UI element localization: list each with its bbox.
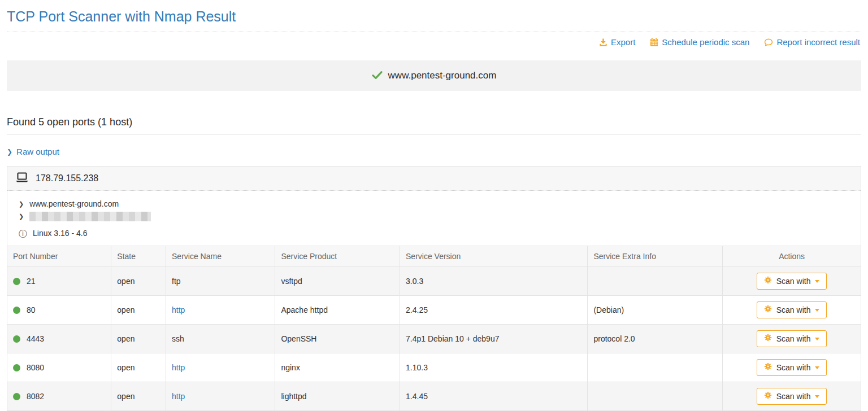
- check-icon: [372, 71, 383, 81]
- actions-cell: Scan with: [723, 382, 861, 411]
- caret-down-icon: [815, 280, 819, 283]
- service-name-cell: http: [166, 382, 275, 411]
- column-header: Service Name: [166, 246, 275, 267]
- service-extra-info-cell: (Debian): [588, 296, 723, 325]
- summary-heading: Found 5 open ports (1 host): [7, 116, 861, 135]
- schedule-periodic-scan-button[interactable]: Schedule periodic scan: [650, 37, 749, 47]
- column-header: Actions: [723, 246, 861, 267]
- chevron-right-icon: ❯: [19, 210, 24, 222]
- service-extra-info-cell: [588, 353, 723, 382]
- actions-cell: Scan with: [723, 296, 861, 325]
- port-cell: 8082: [7, 382, 111, 411]
- target-status-bar: www.pentest-ground.com: [7, 60, 861, 91]
- state-cell: open: [111, 353, 166, 382]
- open-ports-table: Port NumberStateService NameService Prod…: [7, 246, 861, 411]
- port-cell: 8080: [7, 353, 111, 382]
- state-cell: open: [111, 325, 166, 353]
- scan-with-label: Scan with: [776, 277, 811, 286]
- caret-down-icon: [815, 338, 819, 340]
- os-detection-row: ⓘ Linux 3.16 - 4.6: [19, 229, 849, 238]
- service-extra-info-cell: [588, 267, 723, 296]
- hostname-toggle[interactable]: ❯ www.pentest-ground.com: [19, 198, 849, 210]
- host-body: ❯ www.pentest-ground.com ❯ ⓘ Linux 3.16 …: [7, 191, 861, 246]
- service-name[interactable]: http: [172, 305, 185, 314]
- host-card: 178.79.155.238 ❯ www.pentest-ground.com …: [7, 166, 861, 411]
- schedule-label: Schedule periodic scan: [662, 37, 749, 47]
- raw-output-toggle[interactable]: ❯ Raw output: [7, 147, 59, 156]
- speech-bubble-icon: [764, 38, 773, 47]
- scan-with-label: Scan with: [776, 334, 811, 343]
- column-header: Service Extra Info: [588, 246, 723, 267]
- report-incorrect-result-button[interactable]: Report incorrect result: [764, 37, 860, 47]
- gear-icon: [764, 305, 772, 314]
- table-row: 4443 open ssh OpenSSH 7.4p1 Debian 10 + …: [7, 325, 861, 353]
- port-cell: 4443: [7, 325, 111, 353]
- service-name-cell: http: [166, 353, 275, 382]
- column-header: State: [111, 246, 166, 267]
- service-extra-info-cell: protocol 2.0: [588, 325, 723, 353]
- table-row: 8082 open http lighttpd 1.4.45 Scan with: [7, 382, 861, 411]
- scan-with-button[interactable]: Scan with: [757, 359, 827, 376]
- service-product-cell: vsftpd: [275, 267, 400, 296]
- actions-cell: Scan with: [723, 267, 861, 296]
- page-title: TCP Port Scanner with Nmap Result: [7, 0, 861, 32]
- state-cell: open: [111, 382, 166, 411]
- service-name-cell: ssh: [166, 325, 275, 353]
- export-button[interactable]: Export: [599, 37, 635, 47]
- open-status-dot: [13, 307, 20, 314]
- table-row: 80 open http Apache httpd 2.4.25 (Debian…: [7, 296, 861, 325]
- gear-icon: [764, 334, 772, 343]
- actions-cell: Scan with: [723, 325, 861, 353]
- open-status-dot: [13, 364, 20, 371]
- service-version-cell: 7.4p1 Debian 10 + deb9u7: [400, 325, 588, 353]
- gear-icon: [764, 362, 772, 372]
- service-product-cell: lighttpd: [275, 382, 400, 411]
- scan-with-button[interactable]: Scan with: [757, 273, 827, 290]
- table-row: 21 open ftp vsftpd 3.0.3 Scan with: [7, 267, 861, 296]
- table-row: 8080 open http nginx 1.10.3 Scan with: [7, 353, 861, 382]
- caret-down-icon: [815, 309, 819, 312]
- target-domain: www.pentest-ground.com: [388, 70, 497, 81]
- scan-with-label: Scan with: [776, 363, 811, 372]
- scan-with-button[interactable]: Scan with: [757, 388, 827, 405]
- service-product-cell: Apache httpd: [275, 296, 400, 325]
- hostname-toggle-redacted[interactable]: ❯: [19, 210, 849, 222]
- column-header: Port Number: [7, 246, 111, 267]
- download-icon: [599, 38, 607, 46]
- port-cell: 80: [7, 296, 111, 325]
- service-name: ftp: [172, 277, 181, 286]
- table-header-row: Port NumberStateService NameService Prod…: [7, 246, 861, 267]
- column-header: Service Version: [400, 246, 588, 267]
- chevron-right-icon: ❯: [7, 148, 12, 156]
- service-name[interactable]: http: [172, 392, 185, 401]
- service-name-cell: ftp: [166, 267, 275, 296]
- caret-down-icon: [815, 366, 819, 369]
- scan-with-button[interactable]: Scan with: [757, 330, 827, 347]
- service-version-cell: 1.4.45: [400, 382, 588, 411]
- gear-icon: [764, 276, 772, 286]
- hostname-label: www.pentest-ground.com: [29, 198, 119, 210]
- laptop-icon: [15, 172, 29, 185]
- scan-with-button[interactable]: Scan with: [757, 301, 827, 318]
- scan-with-label: Scan with: [776, 392, 811, 401]
- state-cell: open: [111, 296, 166, 325]
- export-label: Export: [611, 37, 635, 47]
- open-status-dot: [13, 278, 20, 285]
- redacted-hostname: [29, 212, 151, 221]
- column-header: Service Product: [275, 246, 400, 267]
- report-label: Report incorrect result: [776, 37, 860, 47]
- chevron-right-icon: ❯: [19, 198, 24, 210]
- port-cell: 21: [7, 267, 111, 296]
- service-name[interactable]: http: [172, 363, 185, 372]
- service-name-cell: http: [166, 296, 275, 325]
- scan-with-label: Scan with: [776, 305, 811, 314]
- state-cell: open: [111, 267, 166, 296]
- service-name: ssh: [172, 334, 184, 343]
- service-extra-info-cell: [588, 382, 723, 411]
- gear-icon: [764, 391, 772, 401]
- service-product-cell: OpenSSH: [275, 325, 400, 353]
- open-status-dot: [13, 335, 20, 343]
- service-version-cell: 2.4.25: [400, 296, 588, 325]
- host-ip: 178.79.155.238: [36, 173, 98, 183]
- caret-down-icon: [815, 395, 819, 398]
